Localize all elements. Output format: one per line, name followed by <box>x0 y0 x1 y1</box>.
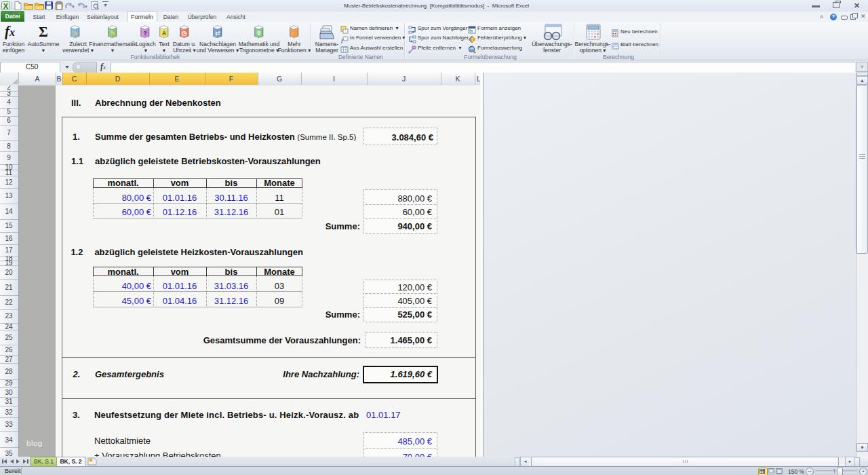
svg-text:fx: fx <box>469 28 473 33</box>
svg-text:?: ? <box>143 30 147 37</box>
svg-text:A: A <box>162 30 167 37</box>
svg-text:◷: ◷ <box>182 30 187 37</box>
svg-text:!: ! <box>471 37 473 42</box>
svg-text:θ: θ <box>258 30 261 37</box>
svg-text:★: ★ <box>73 30 79 37</box>
svg-text:⇄: ⇄ <box>215 30 220 37</box>
svg-text:✎: ✎ <box>110 30 115 37</box>
svg-text:fx: fx <box>470 48 473 52</box>
svg-text:X: X <box>3 2 9 10</box>
